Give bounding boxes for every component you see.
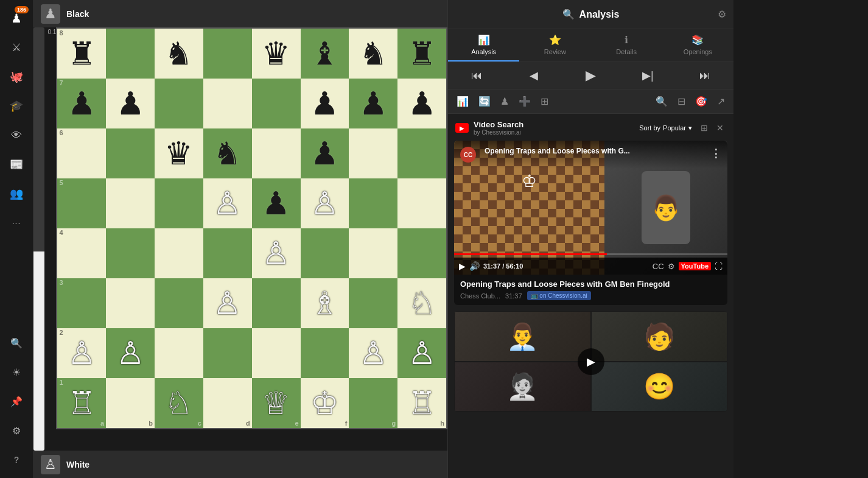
sidebar-item-puzzles[interactable]: 🐙 <box>3 63 30 90</box>
piece-B-f3[interactable]: ♗ <box>310 287 339 319</box>
captions-icon[interactable]: CC <box>653 262 664 271</box>
piece-R-a1[interactable]: ♖ <box>68 387 96 419</box>
square-h7[interactable]: ♟ <box>397 79 446 128</box>
sidebar-item-watch[interactable]: 👁 <box>3 122 30 149</box>
square-g1[interactable]: g <box>349 378 397 428</box>
piece-P-d5[interactable]: ♙ <box>213 188 242 219</box>
square-g7[interactable]: ♟ <box>349 79 397 128</box>
piece-n-d6[interactable]: ♞ <box>213 138 242 169</box>
square-e7[interactable] <box>252 79 301 128</box>
sidebar-item-settings[interactable]: ⚙ <box>3 417 30 444</box>
square-d8[interactable] <box>203 29 252 79</box>
square-d5[interactable]: ♙ <box>203 178 252 228</box>
chess-board[interactable]: 8♜♞♛♝♞♜7♟♟♟♟♟6♛♞♟5♙♟♙4♙3♙♗♘2♙♙♙♙1a♖bc♘de… <box>56 27 447 429</box>
square-h1[interactable]: h♖ <box>397 378 446 428</box>
square-c5[interactable] <box>155 178 203 228</box>
piece-K-f1[interactable]: ♔ <box>310 387 339 419</box>
fullscreen-icon[interactable]: ⛶ <box>715 262 723 271</box>
square-d2[interactable] <box>203 328 252 378</box>
piece-n-c8[interactable]: ♞ <box>164 38 193 69</box>
square-a5[interactable]: 5 <box>57 178 106 228</box>
piece-p-g7[interactable]: ♟ <box>359 88 388 119</box>
square-g4[interactable] <box>349 228 397 278</box>
square-e4[interactable]: ♙ <box>252 228 301 278</box>
piece-P-d3[interactable]: ♙ <box>213 287 242 319</box>
square-f7[interactable]: ♟ <box>301 79 349 128</box>
gear-button[interactable]: ⚙ <box>718 9 726 20</box>
tab-openings[interactable]: 📚 Openings <box>662 29 733 62</box>
nav-last-button[interactable]: ⏭ <box>676 62 733 89</box>
square-e1[interactable]: e♕ <box>252 378 301 428</box>
piece-N-c1[interactable]: ♘ <box>164 387 193 419</box>
square-e5[interactable]: ♟ <box>252 178 301 228</box>
target-button[interactable]: 🎯 <box>693 93 710 110</box>
expand-button[interactable]: ⊞ <box>698 122 710 134</box>
square-d1[interactable]: d <box>203 378 252 428</box>
square-c1[interactable]: c♘ <box>155 378 203 428</box>
square-d4[interactable] <box>203 228 252 278</box>
square-h6[interactable] <box>397 128 446 178</box>
square-a7[interactable]: 7♟ <box>57 79 106 128</box>
video2-play-button[interactable]: ▶ <box>578 348 604 375</box>
square-b5[interactable] <box>106 178 155 228</box>
piece-q-c6[interactable]: ♛ <box>164 138 193 169</box>
square-f8[interactable]: ♝ <box>301 29 349 79</box>
piece-r-a8[interactable]: ♜ <box>68 38 96 69</box>
square-a4[interactable]: 4 <box>57 228 106 278</box>
piece-p-f6[interactable]: ♟ <box>310 138 339 169</box>
square-a2[interactable]: 2♙ <box>57 328 106 378</box>
square-a1[interactable]: 1a♖ <box>57 378 106 428</box>
tab-analysis[interactable]: 📊 Analysis <box>448 29 519 62</box>
square-a3[interactable]: 3 <box>57 278 106 328</box>
play-pause-icon[interactable]: ▶ <box>459 261 466 271</box>
square-b8[interactable] <box>106 29 155 79</box>
chessvision-badge[interactable]: on Chessvision.ai <box>527 291 591 300</box>
piece-P-f5[interactable]: ♙ <box>310 188 339 219</box>
square-c4[interactable] <box>155 228 203 278</box>
plus-button[interactable]: ➕ <box>516 93 533 110</box>
square-c7[interactable] <box>155 79 203 128</box>
sidebar-item-learn[interactable]: 🎓 <box>3 93 30 119</box>
square-h5[interactable] <box>397 178 446 228</box>
square-g5[interactable] <box>349 178 397 228</box>
square-h2[interactable]: ♙ <box>397 328 446 378</box>
sidebar-item-community[interactable]: 👥 <box>3 180 30 207</box>
piece-p-f7[interactable]: ♟ <box>310 88 339 119</box>
piece-n-g8[interactable]: ♞ <box>359 38 388 69</box>
square-d7[interactable] <box>203 79 252 128</box>
flip-board-button[interactable]: 🔄 <box>476 93 493 110</box>
square-f6[interactable]: ♟ <box>301 128 349 178</box>
square-b6[interactable] <box>106 128 155 178</box>
sidebar-item-search[interactable]: 🔍 <box>3 329 30 356</box>
piece-p-e5[interactable]: ♟ <box>262 188 290 219</box>
square-e2[interactable] <box>252 328 301 378</box>
piece-p-h7[interactable]: ♟ <box>408 88 436 119</box>
sort-by-selector[interactable]: Sort by Popular ▾ <box>639 124 692 132</box>
square-e3[interactable] <box>252 278 301 328</box>
piece-q-e8[interactable]: ♛ <box>262 38 290 69</box>
square-g6[interactable] <box>349 128 397 178</box>
settings-video-icon[interactable]: ⚙ <box>668 262 675 271</box>
square-b2[interactable]: ♙ <box>106 328 155 378</box>
video-thumbnail-2[interactable]: 👨‍💼 🧑 🧑‍💼 😊 ▶ <box>454 311 727 412</box>
square-a8[interactable]: 8♜ <box>57 29 106 79</box>
square-d6[interactable]: ♞ <box>203 128 252 178</box>
nav-prev-button[interactable]: ◀ <box>505 62 562 89</box>
sidebar-item-pin[interactable]: 📌 <box>3 388 30 415</box>
tab-review[interactable]: ⭐ Review <box>519 29 590 62</box>
piece-P-h2[interactable]: ♙ <box>408 337 436 369</box>
square-h4[interactable] <box>397 228 446 278</box>
piece-R-h1[interactable]: ♖ <box>408 387 436 419</box>
video-thumbnail-1[interactable]: ♔ 👨 CC Opening Traps and Loose Pieces wi… <box>454 141 727 275</box>
square-h8[interactable]: ♜ <box>397 29 446 79</box>
sidebar-item-news[interactable]: 📰 <box>3 151 30 178</box>
square-c8[interactable]: ♞ <box>155 29 203 79</box>
piece-Q-e1[interactable]: ♕ <box>262 387 290 419</box>
nav-next-button[interactable]: ▶| <box>619 62 676 89</box>
sidebar-item-brightness[interactable]: ☀ <box>3 359 30 385</box>
square-f5[interactable]: ♙ <box>301 178 349 228</box>
bar-chart-button[interactable]: 📊 <box>454 93 471 110</box>
sidebar-item-play[interactable]: ⚔ <box>3 34 30 61</box>
piece-r-h8[interactable]: ♜ <box>408 38 436 69</box>
video-card-2[interactable]: 👨‍💼 🧑 🧑‍💼 😊 ▶ <box>454 311 727 412</box>
